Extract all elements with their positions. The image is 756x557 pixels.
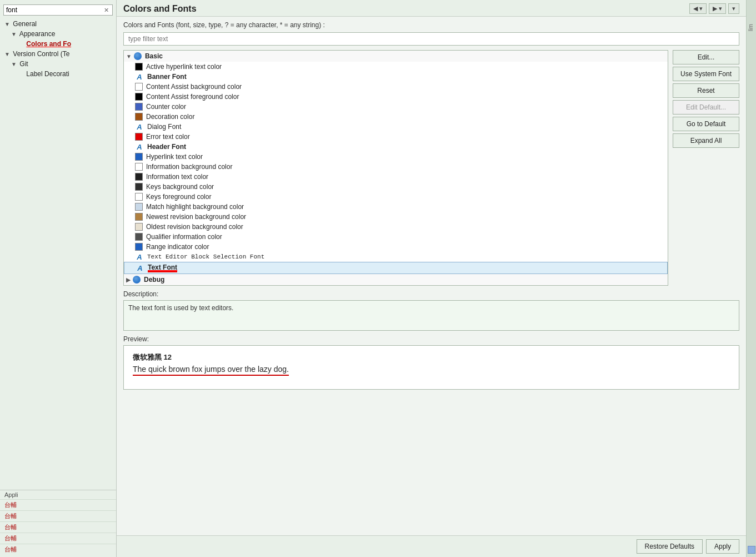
nav-menu-button[interactable]: ▾ [728,3,739,14]
color-swatch [135,203,143,211]
sidebar-item-appearance[interactable]: ▼ Appearance [0,29,116,39]
font-icon: A [135,73,144,81]
chevron-icon: ▼ [4,21,11,27]
color-item-keys-bg[interactable]: Keys background color [124,182,668,192]
color-swatch [135,93,143,101]
font-item-header[interactable]: A Header Font [124,142,668,152]
edit-button[interactable]: Edit... [673,50,739,64]
right-strip-color-indicator [748,546,755,554]
color-swatch [135,133,143,141]
color-item-hyperlink[interactable]: Hyperlink text color [124,152,668,162]
header-nav: ◀ ▾ ▶ ▾ ▾ [689,3,739,14]
filter-input-wrap [123,32,739,46]
preview-text: The quick brown fox jumps over the lazy … [133,365,289,376]
color-item-range-indicator[interactable]: Range indicator color [124,242,668,252]
reset-button[interactable]: Reset [673,83,739,98]
preview-section: Preview: 微软雅黑 12 The quick brown fox jum… [123,335,739,390]
page-title: Colors and Fonts [123,4,197,14]
bottom-bar: Restore Defaults Apply [117,535,746,557]
sidebar-search-box[interactable]: ✕ [3,4,113,16]
content-area: Colors and Fonts (font, size, type, ? = … [117,17,746,535]
sidebar-search-input[interactable] [6,6,103,14]
font-item-banner[interactable]: A Banner Font [124,72,668,82]
section-label-debug: Debug [144,276,164,284]
font-icon: A [135,123,144,131]
sidebar-item-general[interactable]: ▼ General [0,19,116,29]
use-system-font-button[interactable]: Use System Font [673,67,739,81]
color-item-active-hyperlink[interactable]: Active hyperlink text color [124,62,668,72]
color-tree-panel: ▼ Basic Active hyperlink text color A Ba… [123,50,668,286]
chevron-icon: ▼ [11,31,18,37]
color-item-decoration[interactable]: Decoration color [124,112,668,122]
color-swatch [135,153,143,161]
font-icon: A [135,143,144,151]
color-item-content-assist-bg[interactable]: Content Assist background color [124,82,668,92]
fonts-description-text: Colors and Fonts (font, size, type, ? = … [123,21,739,29]
font-item-dialog[interactable]: A Dialog Font [124,122,668,132]
color-swatch [135,163,143,171]
color-swatch [135,113,143,121]
color-swatch [135,193,143,201]
color-item-qualifier[interactable]: Qualifier information color [124,232,668,242]
expand-all-button[interactable]: Expand All [673,133,739,148]
chevron-icon: ▼ [11,61,18,67]
apply-button[interactable]: Apply [706,539,739,554]
color-item-info-bg[interactable]: Information background color [124,162,668,172]
color-swatch [135,243,143,251]
tree-panel-wrap: ▼ Basic Active hyperlink text color A Ba… [123,50,739,286]
sidebar-tree: ▼ General ▼ Appearance Colors and Fo ▼ V… [0,18,116,490]
color-swatch [135,173,143,181]
sidebar-item-git[interactable]: ▼ Git [0,59,116,69]
color-item-oldest-revision[interactable]: Oldest revision background color [124,222,668,232]
color-item-keys-fg[interactable]: Keys foreground color [124,192,668,202]
description-label: Description: [123,290,739,298]
sidebar-search-clear[interactable]: ✕ [103,7,110,14]
section-debug[interactable]: ▶ Debug [124,274,668,285]
font-item-block-selection[interactable]: A Text Editor Block Selection Font [124,252,668,262]
sidebar: ✕ ▼ General ▼ Appearance Colors and Fo ▼… [0,0,117,557]
color-swatch [135,63,143,71]
nav-back-button[interactable]: ◀ ▾ [689,3,707,14]
edit-default-button[interactable]: Edit Default... [673,100,739,115]
color-item-info-text[interactable]: Information text color [124,172,668,182]
color-swatch [135,223,143,231]
restore-defaults-button[interactable]: Restore Defaults [637,539,703,554]
main-content: Colors and Fonts ◀ ▾ ▶ ▾ ▾ Colors and Fo… [117,0,746,557]
color-item-match-highlight[interactable]: Match highlight background color [124,202,668,212]
color-item-counter[interactable]: Counter color [124,102,668,112]
main-header: Colors and Fonts ◀ ▾ ▶ ▾ ▾ [117,0,746,17]
section-label-basic: Basic [145,52,163,60]
sidebar-item-colors-fonts[interactable]: Colors and Fo [0,39,116,49]
right-buttons-panel: Edit... Use System Font Reset Edit Defau… [673,50,739,286]
section-dot-basic [134,52,142,60]
right-strip-label: lim [747,0,756,33]
go-to-default-button[interactable]: Go to Default [673,117,739,131]
color-swatch [135,103,143,111]
color-swatch [135,83,143,91]
right-side-strip: lim [746,0,756,557]
description-box: The text font is used by text editors. [123,300,739,331]
preview-label: Preview: [123,335,739,343]
preview-font-name: 微软雅黑 12 [133,352,730,362]
font-icon: A [135,253,144,261]
sidebar-item-label-decorati[interactable]: Label Decorati [0,69,116,79]
color-item-newest-revision[interactable]: Newest revision background color [124,212,668,222]
description-section: Description: The text font is used by te… [123,290,739,331]
color-swatch [135,233,143,241]
color-swatch [135,183,143,191]
description-content: The text font is used by text editors. [128,304,233,312]
chevron-icon: ▼ [4,51,11,57]
font-item-text-font[interactable]: A Text Font [124,262,668,274]
filter-input[interactable] [123,32,739,46]
right-strip-bottom [747,544,756,557]
color-item-error-text[interactable]: Error text color [124,132,668,142]
color-swatch [135,213,143,221]
nav-forward-button[interactable]: ▶ ▾ [709,3,726,14]
preview-box: 微软雅黑 12 The quick brown fox jumps over t… [123,345,739,390]
font-icon: A [136,264,144,272]
section-chevron-debug: ▶ [126,277,131,283]
color-item-content-assist-fg[interactable]: Content Assist foreground color [124,92,668,102]
sidebar-item-version-control[interactable]: ▼ Version Control (Te [0,49,116,59]
section-chevron-basic: ▼ [126,53,132,59]
section-basic[interactable]: ▼ Basic [124,51,668,62]
